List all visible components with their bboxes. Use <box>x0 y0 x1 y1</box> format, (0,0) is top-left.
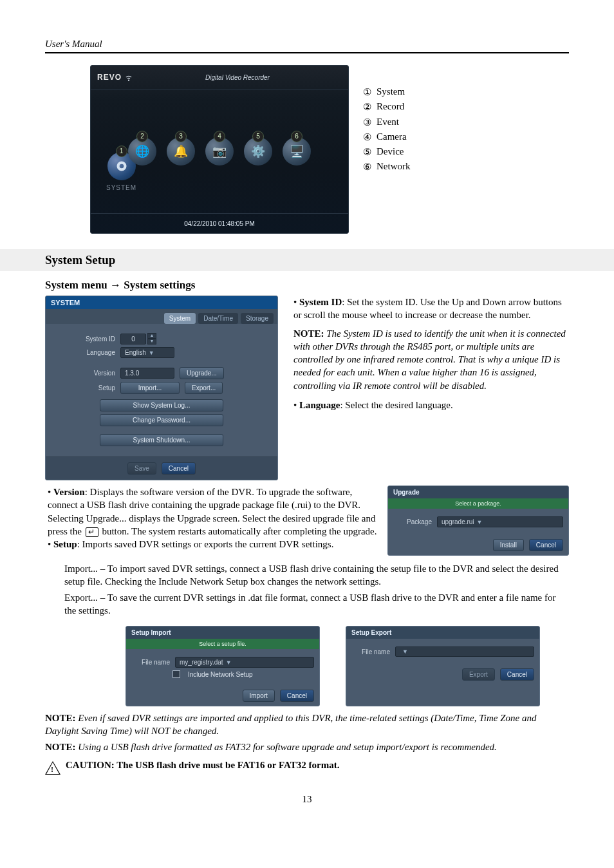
wifi-icon <box>124 73 133 82</box>
import-file-select[interactable]: my_registry.dat▼ <box>175 657 314 668</box>
upgrade-button[interactable]: Upgrade... <box>180 367 224 379</box>
import-info: Select a setup file. <box>126 639 319 649</box>
dvr-menu-screenshot: REVO Digital Video Recorder 1 SYSTEM 2🌐 … <box>90 65 349 234</box>
enter-button-icon <box>86 527 98 537</box>
import-button[interactable]: Import... <box>120 382 180 394</box>
device-icon[interactable]: 5⚙️ <box>244 137 272 165</box>
import-text: Import... – To import saved DVR settings… <box>64 562 569 589</box>
panel-title: SYSTEM <box>46 296 277 309</box>
do-import-button[interactable]: Import <box>243 690 275 702</box>
caution: ! CAUTION: The USB flash drive must be F… <box>45 760 569 775</box>
import-title: Setup Import <box>126 627 319 639</box>
note-1: NOTE: Even if saved DVR settings are imp… <box>45 712 569 738</box>
export-button[interactable]: Export... <box>185 382 223 394</box>
tab-system[interactable]: System <box>164 313 196 324</box>
badge-1: 1 <box>116 146 127 157</box>
export-panel: Setup Export File name ▼ Export Cancel <box>346 626 540 706</box>
include-network-label: Include Network Setup <box>188 671 253 678</box>
system-description: • System ID: Set the system ID. Use the … <box>293 296 569 417</box>
import-file-label: File name <box>131 659 170 666</box>
page-number: 13 <box>45 794 569 805</box>
warning-icon: ! <box>45 761 60 775</box>
chevron-down-icon: ▼ <box>149 350 154 356</box>
export-title: Setup Export <box>346 627 539 639</box>
version-label: Version <box>53 370 115 377</box>
cancel-button[interactable]: Cancel <box>162 462 196 475</box>
tab-storage[interactable]: Storage <box>241 313 274 324</box>
section-heading: System Setup <box>0 249 614 271</box>
camera-icon[interactable]: 4📷 <box>205 137 234 165</box>
chevron-down-icon: ▼ <box>477 519 483 525</box>
language-label: Language <box>53 349 115 356</box>
show-log-button[interactable]: Show System Log... <box>100 399 223 411</box>
language-select[interactable]: English▼ <box>120 347 174 358</box>
package-select[interactable]: upgrade.rui▼ <box>437 516 563 527</box>
export-file-label: File name <box>351 648 390 656</box>
upgrade-cancel-button[interactable]: Cancel <box>529 539 563 551</box>
package-label: Package <box>393 518 432 525</box>
system-label: SYSTEM <box>106 184 136 191</box>
upgrade-info: Select a package. <box>388 498 568 509</box>
include-network-checkbox[interactable] <box>172 670 180 678</box>
save-button[interactable]: Save <box>127 462 156 475</box>
shutdown-button[interactable]: System Shutdown... <box>100 434 223 446</box>
setup-label: Setup <box>53 384 115 392</box>
dvr-timestamp: 04/22/2010 01:48:05 PM <box>91 213 348 233</box>
menu-legend: ①System ②Record ③Event ④Camera ⑤Device ⑥… <box>363 65 411 234</box>
system-id-spinner[interactable]: ▲▼ <box>147 333 156 344</box>
upgrade-panel: Upgrade Select a package. Package upgrad… <box>387 486 569 556</box>
system-id-label: System ID <box>53 335 115 343</box>
chevron-down-icon: ▼ <box>226 659 232 666</box>
import-cancel-button[interactable]: Cancel <box>280 690 314 702</box>
brand-logo: REVO <box>97 73 133 82</box>
record-icon[interactable]: 2🌐 <box>128 137 156 165</box>
version-value: 1.3.0 <box>120 368 174 379</box>
system-id-field[interactable]: 0 <box>120 334 146 344</box>
system-panel: SYSTEM System Date/Time Storage System I… <box>45 296 278 480</box>
import-panel: Setup Import Select a setup file. File n… <box>126 626 320 706</box>
export-file-input[interactable]: ▼ <box>395 646 534 657</box>
header-divider <box>45 52 569 53</box>
do-export-button[interactable]: Export <box>462 668 495 681</box>
export-text: Export... – To save the current DVR sett… <box>64 591 569 618</box>
arrow-icon: → <box>110 279 121 291</box>
network-icon[interactable]: 6🖥️ <box>283 137 311 165</box>
change-password-button[interactable]: Change Password... <box>100 414 223 426</box>
export-cancel-button[interactable]: Cancel <box>500 668 534 681</box>
tab-datetime[interactable]: Date/Time <box>198 313 238 324</box>
event-icon[interactable]: 3🔔 <box>167 137 195 165</box>
note-2: NOTE: Using a USB flash drive formatted … <box>45 741 569 753</box>
upgrade-title: Upgrade <box>388 486 568 498</box>
subheading: System menu → System settings <box>45 279 569 292</box>
chevron-down-icon: ▼ <box>402 648 408 655</box>
install-button[interactable]: Install <box>493 539 524 551</box>
header-left: User's Manual <box>45 39 102 50</box>
dvr-title: Digital Video Recorder <box>133 74 342 81</box>
